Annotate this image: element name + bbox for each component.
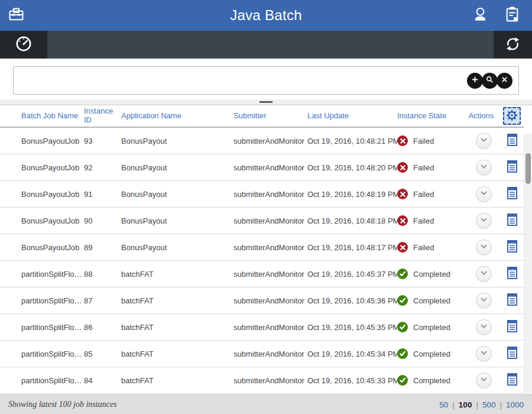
completed-icon [397, 375, 408, 386]
job-log-icon [507, 293, 517, 308]
failed-icon [397, 189, 408, 199]
row-actions-button[interactable] [476, 240, 492, 255]
row-actions-button[interactable] [476, 346, 492, 362]
cell-last-update: Oct 19, 2016, 10:45:33 PM [307, 376, 397, 385]
clear-search-button[interactable] [497, 73, 512, 89]
column-header-batch-job-name[interactable]: Batch Job Name [21, 112, 84, 121]
cell-submitter: submitterAndMonitor [233, 190, 307, 199]
cell-batch-job-name: partitionSplitFlo… [21, 270, 84, 279]
plus-icon [470, 75, 480, 86]
view-log-button[interactable] [507, 214, 517, 228]
cell-last-update: Oct 19, 2016, 10:48:17 PM [307, 243, 397, 252]
cell-application-name: BonusPayout [121, 163, 233, 172]
row-actions-button[interactable] [476, 133, 492, 149]
cell-instance-state: Failed [397, 162, 467, 173]
failed-icon [397, 162, 408, 173]
cell-instance-id: 92 [84, 163, 121, 172]
cell-application-name: batchFAT [121, 270, 233, 279]
cell-instance-state: Failed [397, 189, 467, 199]
job-log-icon [507, 347, 517, 361]
cell-application-name: BonusPayout [121, 216, 233, 225]
table-settings-button[interactable] [503, 107, 521, 125]
column-header-application-name[interactable]: Application Name [121, 112, 233, 121]
failed-icon [397, 215, 408, 226]
pager-separator: | [476, 400, 478, 409]
row-actions-button[interactable] [476, 266, 492, 282]
column-header-instance-id[interactable]: Instance ID [84, 107, 121, 125]
chevron-down-icon [479, 322, 488, 332]
row-actions-button[interactable] [476, 319, 492, 335]
search-input[interactable] [20, 67, 467, 94]
cell-instance-state: Completed [397, 269, 467, 279]
view-log-button[interactable] [507, 160, 517, 174]
chevron-down-icon [479, 189, 488, 199]
page-size-50[interactable]: 50 [439, 400, 448, 409]
cell-instance-id: 87 [84, 296, 121, 305]
cell-last-update: Oct 19, 2016, 10:45:36 PM [307, 296, 397, 305]
column-header-submitter[interactable]: Submitter [233, 112, 307, 121]
cell-instance-state: Completed [397, 348, 467, 359]
cell-instance-id: 90 [84, 216, 121, 225]
table-header-row: Batch Job Name Instance ID Application N… [0, 105, 524, 128]
failed-icon [397, 135, 408, 146]
row-actions-button[interactable] [476, 373, 492, 389]
user-menu-button[interactable] [468, 0, 492, 31]
state-label: Failed [413, 216, 434, 225]
cell-submitter: submitterAndMonitor [233, 243, 307, 252]
scrollbar-thumb[interactable] [525, 153, 531, 184]
view-log-button[interactable] [507, 293, 517, 308]
column-header-last-update[interactable]: Last Update [307, 112, 397, 121]
row-actions-button[interactable] [476, 186, 492, 202]
cell-application-name: BonusPayout [121, 137, 233, 145]
state-label: Completed [413, 323, 450, 332]
row-actions-button[interactable] [476, 213, 492, 229]
column-header-instance-state[interactable]: Instance State [397, 112, 467, 121]
cell-submitter: submitterAndMonitor [233, 296, 307, 305]
page-size-100[interactable]: 100 [459, 400, 472, 409]
cell-instance-state: Completed [397, 322, 467, 332]
titlebar: Java Batch [0, 0, 532, 31]
view-log-button[interactable] [507, 187, 517, 201]
job-instances-table: Batch Job Name Instance ID Application N… [0, 105, 532, 394]
view-log-button[interactable] [507, 373, 517, 387]
page-size-500[interactable]: 500 [482, 400, 496, 409]
clipboard-icon [505, 6, 520, 25]
cell-application-name: batchFAT [121, 296, 233, 305]
cell-batch-job-name: partitionSplitFlo… [21, 376, 84, 385]
chevron-down-icon [479, 375, 488, 386]
view-log-button[interactable] [507, 320, 517, 334]
state-label: Failed [413, 163, 434, 172]
chevron-down-icon [479, 269, 488, 279]
refresh-button[interactable] [494, 31, 532, 59]
view-log-button[interactable] [507, 134, 517, 148]
page-size-1000[interactable]: 1000 [506, 400, 524, 409]
toolbox-button[interactable] [0, 0, 32, 31]
cell-submitter: submitterAndMonitor [233, 137, 307, 145]
magnifier-icon [485, 75, 495, 86]
view-log-button[interactable] [507, 347, 517, 361]
row-actions-button[interactable] [476, 160, 492, 176]
view-log-button[interactable] [507, 240, 517, 254]
dashboard-button[interactable] [0, 31, 47, 59]
table-row: partitionSplitFlo… 85 batchFAT submitter… [0, 341, 524, 367]
job-list-button[interactable] [500, 0, 524, 31]
vertical-scrollbar[interactable] [524, 134, 532, 400]
add-filter-button[interactable] [467, 73, 483, 89]
column-header-actions[interactable]: Actions [467, 112, 500, 121]
cell-last-update: Oct 19, 2016, 10:45:34 PM [307, 350, 397, 358]
splitter-handle[interactable] [259, 101, 273, 103]
pager-separator: | [499, 400, 502, 409]
cell-last-update: Oct 19, 2016, 10:45:37 PM [307, 270, 397, 279]
cell-application-name: batchFAT [121, 376, 233, 385]
table-row: BonusPayoutJob 91 BonusPayout submitterA… [0, 181, 524, 208]
pager-separator: | [452, 400, 455, 409]
view-log-button[interactable] [507, 267, 517, 281]
cell-last-update: Oct 19, 2016, 10:45:35 PM [307, 323, 397, 332]
table-row: BonusPayoutJob 93 BonusPayout submitterA… [0, 128, 524, 154]
cell-batch-job-name: BonusPayoutJob [21, 190, 84, 199]
failed-icon [397, 242, 408, 253]
cell-instance-id: 85 [84, 350, 121, 358]
cell-application-name: BonusPayout [121, 243, 233, 252]
search-button[interactable] [482, 73, 498, 89]
row-actions-button[interactable] [476, 293, 492, 309]
